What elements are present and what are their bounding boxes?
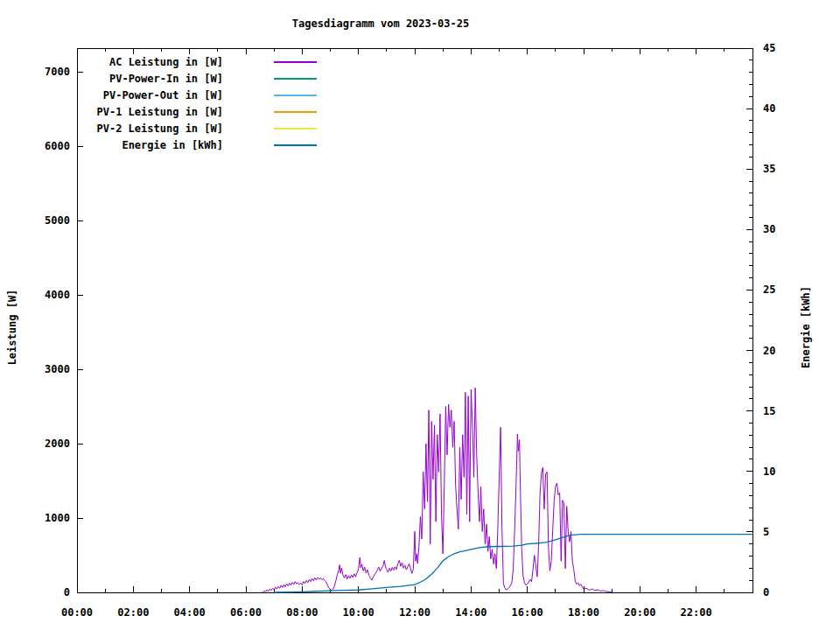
y-left-tick-label: 7000 (45, 66, 70, 78)
y-right-tick-label: 0 (763, 586, 769, 598)
legend-label: PV-Power-In in [W] (77, 73, 223, 85)
x-tick-label: 16:00 (512, 606, 543, 619)
y-left-tick-label: 5000 (45, 214, 70, 227)
x-tick-label: 06:00 (230, 606, 262, 619)
x-tick-label: 12:00 (399, 606, 430, 619)
y-left-tick-label: 3000 (45, 363, 70, 375)
legend-line-sample (274, 61, 317, 63)
legend-line-sample (274, 94, 317, 96)
legend-line-sample (274, 78, 317, 80)
legend-label: AC Leistung in [W] (77, 56, 223, 68)
x-tick-label: 18:00 (568, 606, 599, 619)
y-right-tick-label: 35 (763, 163, 775, 175)
x-tick-label: 08:00 (286, 606, 318, 619)
y-left-tick-label: 6000 (45, 140, 70, 152)
x-tick-label: 10:00 (343, 606, 374, 619)
legend-line-sample (274, 111, 317, 113)
y-right-tick-label: 5 (763, 526, 769, 538)
y-left-tick-label: 1000 (45, 512, 70, 524)
legend: AC Leistung in [W]PV-Power-In in [W]PV-P… (77, 53, 317, 153)
legend-item: PV-Power-In in [W] (77, 70, 317, 87)
x-tick-label: 02:00 (117, 606, 149, 619)
x-tick-label: 00:00 (61, 606, 93, 619)
x-tick-label: 04:00 (174, 606, 206, 619)
legend-label: Energie in [kWh] (77, 139, 223, 151)
series-ac-leistung-in-w (262, 388, 612, 592)
x-tick-label: 14:00 (455, 606, 486, 619)
legend-label: PV-1 Leistung in [W] (77, 106, 223, 118)
legend-item: AC Leistung in [W] (77, 53, 317, 70)
y-right-tick-label: 15 (763, 405, 775, 417)
y-right-tick-label: 20 (763, 345, 775, 357)
legend-label: PV-Power-Out in [W] (77, 89, 223, 102)
y-left-tick-label: 4000 (45, 289, 70, 301)
y-right-tick-label: 40 (763, 102, 775, 115)
y-right-tick-label: 30 (763, 223, 775, 235)
x-tick-label: 20:00 (624, 606, 655, 619)
y-left-tick-label: 2000 (45, 438, 70, 450)
legend-item: PV-2 Leistung in [W] (77, 120, 317, 136)
legend-label: PV-2 Leistung in [W] (77, 122, 223, 135)
legend-item: Energie in [kWh] (77, 136, 317, 153)
y-right-tick-label: 10 (763, 466, 775, 478)
legend-item: PV-1 Leistung in [W] (77, 103, 317, 120)
legend-line-sample (274, 144, 317, 146)
legend-item: PV-Power-Out in [W] (77, 87, 317, 103)
y-left-tick-label: 0 (64, 586, 70, 598)
legend-line-sample (274, 128, 317, 130)
chart-canvas: Tagesdiagramm vom 2023-03-25 Leistung [W… (0, 0, 840, 630)
y-right-tick-label: 45 (763, 42, 775, 54)
x-tick-label: 22:00 (681, 606, 712, 619)
y-right-tick-label: 25 (763, 284, 775, 296)
